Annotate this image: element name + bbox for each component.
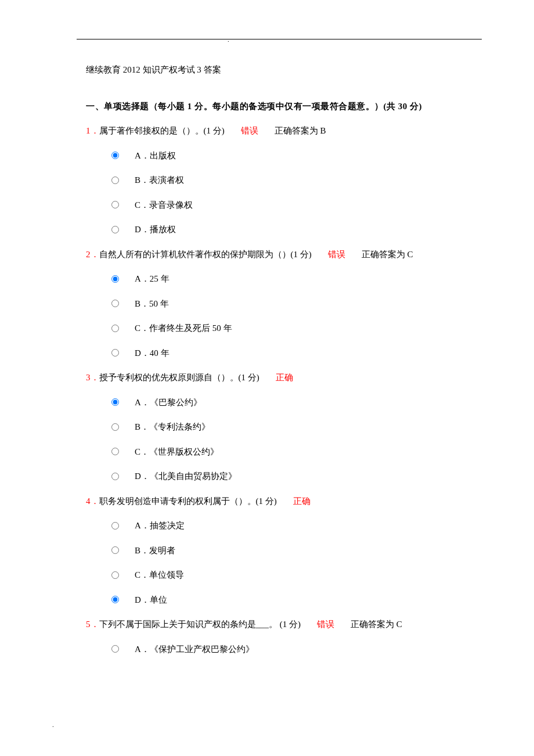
option-radio[interactable] [111, 423, 119, 431]
option-text: D．《北美自由贸易协定》 [135, 468, 237, 485]
option-text: B．表演者权 [135, 172, 184, 189]
correct-answer: 正确答案为 B [275, 126, 326, 135]
option-radio[interactable] [111, 201, 119, 208]
question-text: 授予专利权的优先权原则源自（）。(1 分) [99, 373, 259, 382]
option-row: C．《世界版权公约》 [111, 444, 482, 460]
radio-holder [111, 571, 135, 579]
radio-holder [111, 596, 135, 603]
radio-holder [111, 522, 135, 530]
question: 2．自然人所有的计算机软件著作权的保护期限为（）(1 分)错误正确答案为 CA．… [86, 246, 482, 362]
option-text: B．《专利法条约》 [135, 419, 210, 435]
radio-holder [111, 645, 135, 653]
question: 4．职务发明创造申请专利的权利属于（）。(1 分)正确A．抽签决定B．发明者C．… [86, 493, 482, 609]
radio-holder [111, 398, 135, 406]
question-text: 下列不属于国际上关于知识产权的条约是___。 (1 分) [99, 620, 301, 629]
question-line: 2．自然人所有的计算机软件著作权的保护期限为（）(1 分)错误正确答案为 C [86, 246, 482, 263]
option-row: D．单位 [111, 592, 482, 609]
question-number: 3． [86, 373, 99, 382]
option-text: A．《保护工业产权巴黎公约》 [135, 641, 254, 658]
question-text: 属于著作邻接权的是（）。(1 分) [99, 126, 225, 135]
option-list: A．25 年B．50 年C．作者终生及死后 50 年D．40 年 [86, 271, 482, 361]
option-row: D．《北美自由贸易协定》 [111, 468, 482, 485]
option-text: B．发明者 [135, 542, 175, 559]
radio-holder [111, 349, 135, 357]
option-radio[interactable] [111, 645, 119, 653]
option-text: D．40 年 [135, 345, 169, 362]
radio-holder [111, 448, 135, 455]
radio-holder [111, 423, 135, 431]
option-radio[interactable] [111, 522, 119, 530]
option-text: A．《巴黎公约》 [135, 394, 202, 411]
radio-holder [111, 226, 135, 233]
radio-holder [111, 152, 135, 159]
question: 3．授予专利权的优先权原则源自（）。(1 分)正确A．《巴黎公约》B．《专利法条… [86, 369, 482, 485]
option-row: C．录音录像权 [111, 197, 482, 214]
status-wrong: 错误 [328, 250, 345, 259]
correct-answer: 正确答案为 C [351, 620, 402, 629]
option-radio[interactable] [111, 473, 119, 480]
option-radio[interactable] [111, 596, 119, 603]
radio-holder [111, 275, 135, 283]
status-wrong: 错误 [241, 126, 258, 135]
option-row: C．单位领导 [111, 567, 482, 584]
option-text: B．50 年 [135, 296, 169, 312]
option-list: A．《巴黎公约》B．《专利法条约》C．《世界版权公约》D．《北美自由贸易协定》 [86, 394, 482, 485]
option-radio[interactable] [111, 275, 119, 283]
option-text: A．抽签决定 [135, 517, 185, 534]
radio-holder [111, 325, 135, 332]
question-number: 2． [86, 250, 99, 259]
option-row: A．25 年 [111, 271, 482, 287]
question-number: 5． [86, 620, 99, 629]
question-text: 自然人所有的计算机软件著作权的保护期限为（）(1 分) [99, 250, 312, 259]
option-radio[interactable] [111, 325, 119, 332]
question: 1．属于著作邻接权的是（）。(1 分)错误正确答案为 BA．出版权B．表演者权C… [86, 123, 482, 238]
question-line: 4．职务发明创造申请专利的权利属于（）。(1 分)正确 [86, 493, 482, 510]
option-radio[interactable] [111, 152, 119, 159]
top-rule: . [77, 39, 482, 39]
option-radio[interactable] [111, 177, 119, 184]
questions-list: 1．属于著作邻接权的是（）。(1 分)错误正确答案为 BA．出版权B．表演者权C… [86, 123, 482, 657]
option-text: C．作者终生及死后 50 年 [135, 320, 232, 337]
page: . 继续教育 2012 知识产权考试 3 答案 一、单项选择题（每小题 1 分。… [0, 0, 534, 756]
option-row: B．50 年 [111, 296, 482, 312]
question: 5．下列不属于国际上关于知识产权的条约是___。 (1 分)错误正确答案为 CA… [86, 616, 482, 657]
option-text: A．25 年 [135, 271, 169, 287]
radio-holder [111, 201, 135, 208]
option-row: D．播放权 [111, 221, 482, 238]
radio-holder [111, 177, 135, 184]
option-text: C．单位领导 [135, 567, 184, 584]
status-wrong: 错误 [317, 620, 334, 629]
status-correct: 正确 [276, 373, 293, 382]
question-line: 3．授予专利权的优先权原则源自（）。(1 分)正确 [86, 369, 482, 386]
option-radio[interactable] [111, 300, 119, 307]
option-row: A．出版权 [111, 147, 482, 164]
option-list: A．《保护工业产权巴黎公约》 [86, 641, 482, 658]
option-radio[interactable] [111, 571, 119, 579]
option-row: B．表演者权 [111, 172, 482, 189]
option-row: A．《巴黎公约》 [111, 394, 482, 411]
question-text: 职务发明创造申请专利的权利属于（）。(1 分) [99, 496, 277, 506]
option-radio[interactable] [111, 349, 119, 357]
option-radio[interactable] [111, 398, 119, 406]
section-header: 一、单项选择题（每小题 1 分。每小题的备选项中仅有一项最符合题意。）(共 30… [86, 98, 482, 115]
option-radio[interactable] [111, 546, 119, 554]
bottom-marker: . [52, 721, 54, 728]
radio-holder [111, 546, 135, 554]
option-row: A．抽签决定 [111, 517, 482, 534]
correct-answer: 正确答案为 C [362, 250, 413, 259]
option-row: B．发明者 [111, 542, 482, 559]
option-radio[interactable] [111, 448, 119, 455]
question-line: 1．属于著作邻接权的是（）。(1 分)错误正确答案为 B [86, 123, 482, 139]
option-radio[interactable] [111, 226, 119, 233]
option-list: A．抽签决定B．发明者C．单位领导D．单位 [86, 517, 482, 608]
status-correct: 正确 [293, 496, 311, 506]
option-row: A．《保护工业产权巴黎公约》 [111, 641, 482, 658]
option-row: C．作者终生及死后 50 年 [111, 320, 482, 337]
document-content: 继续教育 2012 知识产权考试 3 答案 一、单项选择题（每小题 1 分。每小… [0, 39, 534, 657]
option-text: D．播放权 [135, 221, 176, 238]
option-text: C．录音录像权 [135, 197, 193, 214]
option-text: A．出版权 [135, 147, 176, 164]
question-number: 1． [86, 126, 99, 135]
top-rule-marker: . [228, 36, 229, 43]
document-title: 继续教育 2012 知识产权考试 3 答案 [86, 62, 482, 78]
